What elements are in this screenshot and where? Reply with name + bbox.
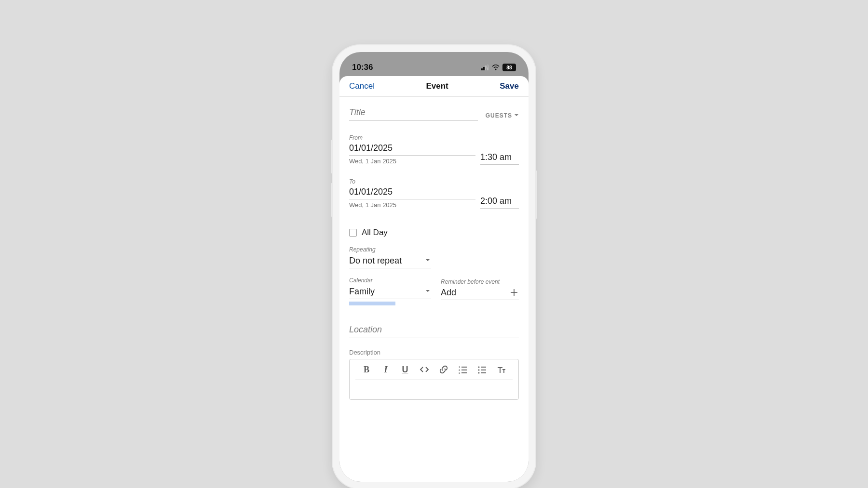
from-time-input[interactable]: 1:30 am bbox=[480, 150, 519, 165]
svg-point-18 bbox=[478, 372, 480, 374]
title-row: Title GUESTS bbox=[349, 107, 519, 121]
description-editor[interactable]: B I U 123 bbox=[349, 359, 519, 400]
allday-row[interactable]: All Day bbox=[349, 228, 519, 237]
wifi-icon bbox=[492, 65, 500, 70]
to-day: Wed, 1 Jan 2025 bbox=[349, 201, 475, 209]
phone-frame: 10:36 88 Cancel Event Save T bbox=[333, 45, 535, 488]
from-date-input[interactable]: 01/01/2025 bbox=[349, 141, 475, 156]
status-bar: 10:36 88 bbox=[339, 52, 529, 76]
description-label: Description bbox=[349, 349, 519, 356]
svg-point-14 bbox=[478, 367, 480, 368]
rte-toolbar: B I U 123 bbox=[355, 364, 513, 380]
title-input[interactable]: Title bbox=[349, 107, 478, 121]
guests-button[interactable]: GUESTS bbox=[486, 112, 519, 121]
code-button[interactable] bbox=[419, 364, 430, 375]
underline-button[interactable]: U bbox=[400, 364, 410, 375]
repeating-label: Repeating bbox=[349, 246, 431, 253]
link-button[interactable] bbox=[438, 364, 449, 375]
battery-badge: 88 bbox=[502, 64, 516, 71]
status-time: 10:36 bbox=[352, 63, 373, 72]
to-date-input[interactable]: 01/01/2025 bbox=[349, 185, 475, 199]
repeating-dropdown[interactable]: Repeating Do not repeat bbox=[349, 246, 431, 268]
calendar-label: Calendar bbox=[349, 277, 431, 284]
calendar-dropdown[interactable]: Calendar Family bbox=[349, 277, 431, 305]
status-right: 88 bbox=[481, 64, 516, 71]
calendar-value: Family bbox=[349, 287, 375, 297]
reminder-field[interactable]: Reminder before event Add bbox=[441, 277, 519, 300]
plus-icon[interactable] bbox=[509, 288, 519, 297]
text-size-button[interactable] bbox=[496, 364, 507, 375]
unordered-list-button[interactable] bbox=[477, 364, 488, 375]
reminder-value: Add bbox=[441, 288, 456, 297]
ordered-list-button[interactable]: 123 bbox=[458, 364, 468, 375]
to-label: To bbox=[349, 178, 519, 185]
repeating-value: Do not repeat bbox=[349, 256, 402, 266]
guests-label: GUESTS bbox=[486, 112, 512, 119]
svg-rect-0 bbox=[481, 68, 483, 70]
cellular-icon bbox=[481, 65, 489, 70]
sheet-title: Event bbox=[426, 81, 448, 91]
bold-button[interactable]: B bbox=[361, 364, 372, 375]
from-label: From bbox=[349, 134, 519, 141]
location-input[interactable]: Location bbox=[349, 325, 519, 338]
svg-rect-1 bbox=[483, 67, 485, 70]
caret-down-icon bbox=[424, 256, 431, 266]
chevron-down-icon bbox=[514, 112, 519, 119]
phone-screen: 10:36 88 Cancel Event Save T bbox=[339, 52, 529, 482]
calendar-color-chip bbox=[349, 302, 395, 305]
allday-checkbox[interactable] bbox=[349, 229, 357, 237]
event-sheet: Cancel Event Save Title GUESTS bbox=[339, 76, 529, 482]
allday-label: All Day bbox=[362, 228, 388, 237]
calendar-reminder-row: Calendar Family Reminder before event Ad… bbox=[349, 277, 519, 305]
caret-down-icon bbox=[424, 287, 431, 297]
form-content: Title GUESTS From 01/01/2025 Wed, 1 bbox=[339, 97, 529, 482]
reminder-label: Reminder before event bbox=[441, 278, 500, 285]
from-section: From 01/01/2025 Wed, 1 Jan 2025 1:30 am bbox=[349, 134, 519, 165]
to-section: To 01/01/2025 Wed, 1 Jan 2025 2:00 am bbox=[349, 178, 519, 209]
from-day: Wed, 1 Jan 2025 bbox=[349, 158, 475, 165]
svg-point-16 bbox=[478, 369, 480, 371]
save-button[interactable]: Save bbox=[500, 81, 519, 91]
italic-button[interactable]: I bbox=[380, 364, 391, 375]
to-time-input[interactable]: 2:00 am bbox=[480, 194, 519, 209]
svg-point-5 bbox=[495, 68, 496, 70]
cancel-button[interactable]: Cancel bbox=[349, 81, 375, 91]
sheet-header: Cancel Event Save bbox=[339, 76, 529, 97]
svg-text:3: 3 bbox=[459, 371, 461, 374]
